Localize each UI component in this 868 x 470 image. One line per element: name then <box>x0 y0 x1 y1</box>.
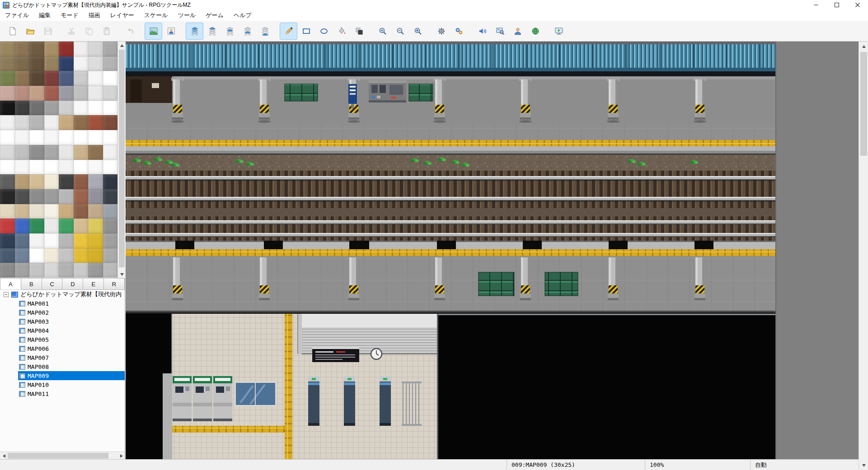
menu-item-mode[interactable]: モード <box>56 10 84 21</box>
tileset-scroll-up-button[interactable] <box>118 42 126 49</box>
palette-tile[interactable] <box>59 86 74 101</box>
palette-tile[interactable] <box>59 219 74 233</box>
palette-tile[interactable] <box>88 56 103 71</box>
palette-tile[interactable] <box>74 56 89 71</box>
undo-button[interactable] <box>121 23 139 40</box>
palette-tile[interactable] <box>15 145 30 160</box>
palette-tile[interactable] <box>15 248 30 263</box>
playtest-button[interactable] <box>550 23 568 40</box>
palette-tile[interactable] <box>0 219 15 233</box>
palette-tile[interactable] <box>44 263 59 278</box>
map-tree-item-map008[interactable]: MAP008 <box>0 362 125 371</box>
palette-tile[interactable] <box>15 56 30 71</box>
palette-tile[interactable] <box>15 263 30 278</box>
sound-test-button[interactable] <box>474 23 491 40</box>
palette-tile[interactable] <box>29 174 44 189</box>
palette-tile[interactable] <box>15 160 30 175</box>
tileset-scrollbar[interactable] <box>117 42 125 278</box>
flood-fill-tool-button[interactable] <box>333 23 350 40</box>
palette-tile[interactable] <box>74 174 89 189</box>
palette-tile[interactable] <box>15 174 30 189</box>
palette-tile[interactable] <box>44 71 59 86</box>
tileset-scrollbar-thumb[interactable] <box>119 50 125 267</box>
palette-tile[interactable] <box>29 71 44 86</box>
palette-tile[interactable] <box>74 145 89 160</box>
event-searcher-button[interactable] <box>491 23 509 40</box>
menu-item-game[interactable]: ゲーム <box>201 10 229 21</box>
palette-tab-b[interactable]: B <box>21 278 42 290</box>
palette-tile[interactable] <box>88 189 103 204</box>
palette-tile[interactable] <box>88 160 103 175</box>
palette-tab-d[interactable]: D <box>62 278 83 290</box>
menu-item-tools[interactable]: ツール <box>173 10 201 21</box>
palette-tile[interactable] <box>103 189 118 204</box>
database-button[interactable] <box>432 23 450 40</box>
palette-tile[interactable] <box>0 233 15 248</box>
map-scroll-up-button[interactable] <box>859 42 868 51</box>
palette-tile[interactable] <box>59 160 74 175</box>
tree-scrollbar-thumb[interactable] <box>8 453 108 459</box>
palette-tile[interactable] <box>44 145 59 160</box>
zoom-actual-button[interactable] <box>409 23 427 40</box>
palette-tile[interactable] <box>59 101 74 116</box>
palette-tile[interactable] <box>88 101 103 116</box>
palette-tile[interactable] <box>0 189 15 204</box>
palette-tile[interactable] <box>0 248 15 263</box>
palette-tile[interactable] <box>44 248 59 263</box>
palette-tile[interactable] <box>0 160 15 175</box>
zoom-out-button[interactable] <box>391 23 409 40</box>
tree-scroll-right-button[interactable] <box>117 452 125 459</box>
palette-tile[interactable] <box>44 42 59 56</box>
palette-tile[interactable] <box>44 204 59 219</box>
palette-tile[interactable] <box>74 219 89 233</box>
palette-tab-e[interactable]: E <box>83 278 104 290</box>
map-tree-item-map006[interactable]: MAP006 <box>0 344 125 353</box>
palette-tile[interactable] <box>29 248 44 263</box>
palette-tile[interactable] <box>74 101 89 116</box>
layer-auto-button[interactable] <box>186 23 203 40</box>
palette-tile[interactable] <box>0 86 15 101</box>
palette-tile[interactable] <box>0 56 15 71</box>
menu-item-layer[interactable]: レイヤー <box>105 10 139 21</box>
palette-tile[interactable] <box>88 86 103 101</box>
palette-tile[interactable] <box>59 145 74 160</box>
palette-tile[interactable] <box>74 115 89 130</box>
palette-tile[interactable] <box>59 233 74 248</box>
palette-tile[interactable] <box>29 86 44 101</box>
palette-tile[interactable] <box>103 204 118 219</box>
palette-tile[interactable] <box>74 189 89 204</box>
palette-tile[interactable] <box>74 71 89 86</box>
plugin-manager-button[interactable] <box>450 23 468 40</box>
palette-tile[interactable] <box>15 219 30 233</box>
palette-tile[interactable] <box>88 115 103 130</box>
resource-manager-button[interactable] <box>526 23 544 40</box>
palette-tile[interactable] <box>44 101 59 116</box>
palette-tile[interactable] <box>29 263 44 278</box>
palette-tile[interactable] <box>15 189 30 204</box>
zoom-in-button[interactable] <box>374 23 391 40</box>
layer-2-button[interactable] <box>221 23 239 40</box>
palette-tile[interactable] <box>103 56 118 71</box>
palette-tile[interactable] <box>103 248 118 263</box>
palette-tile[interactable] <box>103 233 118 248</box>
palette-tile[interactable] <box>29 130 44 145</box>
ellipse-tool-button[interactable] <box>315 23 333 40</box>
palette-tile[interactable] <box>103 86 118 101</box>
palette-tile[interactable] <box>29 56 44 71</box>
copy-button[interactable] <box>80 23 98 40</box>
palette-tile[interactable] <box>29 115 44 130</box>
palette-tile[interactable] <box>15 101 30 116</box>
palette-tile[interactable] <box>29 219 44 233</box>
palette-tile[interactable] <box>0 145 15 160</box>
map-tree-item-map010[interactable]: MAP010 <box>0 380 125 389</box>
palette-tile[interactable] <box>88 263 103 278</box>
palette-tile[interactable] <box>74 204 89 219</box>
open-project-button[interactable] <box>21 23 39 40</box>
menu-item-file[interactable]: ファイル <box>0 10 34 21</box>
menu-item-scale[interactable]: スケール <box>139 10 173 21</box>
palette-tile[interactable] <box>59 130 74 145</box>
palette-tile[interactable] <box>0 174 15 189</box>
palette-tile[interactable] <box>103 263 118 278</box>
palette-tile[interactable] <box>88 145 103 160</box>
palette-tile[interactable] <box>59 204 74 219</box>
